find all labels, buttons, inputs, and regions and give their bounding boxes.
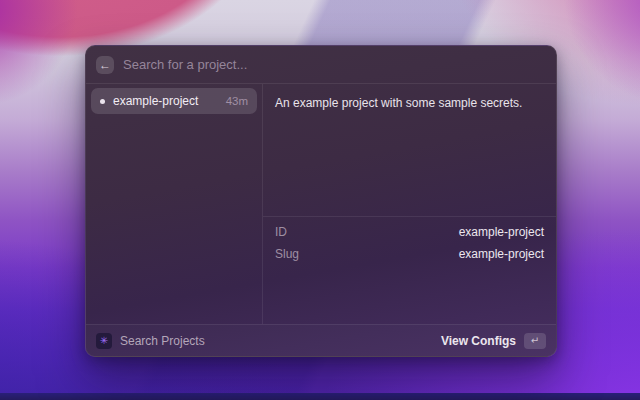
return-key-icon: ↵	[531, 336, 539, 346]
enter-keycap: ↵	[524, 333, 546, 349]
detail-panel: An example project with some sample secr…	[263, 84, 556, 324]
metadata-label: ID	[275, 225, 287, 239]
metadata-value: example-project	[459, 247, 544, 261]
project-description: An example project with some sample secr…	[263, 84, 556, 216]
back-arrow-icon: ←	[99, 59, 111, 71]
main-split: example-project 43m An example project w…	[86, 84, 556, 324]
project-list-panel: example-project 43m	[86, 84, 263, 324]
action-bar-right: View Configs ↵	[441, 333, 546, 349]
asterisk-icon: ✳	[100, 336, 108, 346]
metadata-section: ID example-project Slug example-project	[263, 216, 556, 269]
view-configs-action[interactable]: View Configs	[441, 334, 516, 348]
metadata-row-slug: Slug example-project	[275, 243, 544, 265]
metadata-row-id: ID example-project	[275, 221, 544, 243]
bullet-dot-icon	[100, 99, 105, 104]
command-title: Search Projects	[120, 334, 205, 348]
back-button[interactable]: ←	[96, 56, 114, 74]
extension-logo-icon: ✳	[96, 333, 112, 349]
search-input[interactable]	[123, 57, 546, 72]
command-palette-window: ← example-project 43m An example project…	[85, 45, 557, 357]
wallpaper-bottom-band	[0, 393, 640, 400]
project-age-badge: 43m	[226, 95, 248, 107]
list-item-example-project[interactable]: example-project 43m	[91, 88, 257, 114]
search-bar: ←	[86, 46, 556, 84]
project-title: example-project	[113, 94, 198, 108]
metadata-value: example-project	[459, 225, 544, 239]
metadata-label: Slug	[275, 247, 299, 261]
action-bar: ✳ Search Projects View Configs ↵	[86, 324, 556, 356]
action-bar-left: ✳ Search Projects	[96, 333, 205, 349]
